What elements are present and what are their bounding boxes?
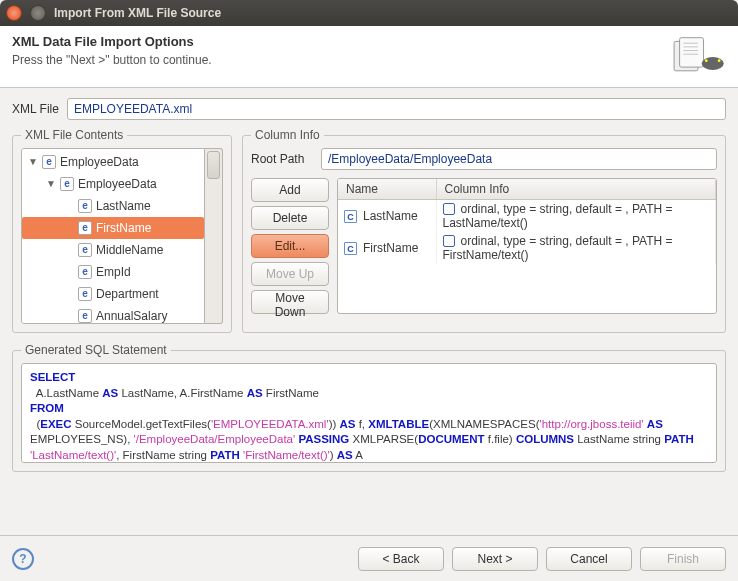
help-button[interactable]: ? <box>12 548 34 570</box>
generated-sql-text: SELECT A.LastName AS LastName, A.FirstNa… <box>21 363 717 463</box>
xml-tree[interactable]: ▼eEmployeeData▼eEmployeeDataeLastNameeFi… <box>21 148 205 324</box>
tree-twisty-icon[interactable]: ▼ <box>28 153 38 171</box>
finish-button[interactable]: Finish <box>640 547 726 571</box>
table-row[interactable]: CFirstNameordinal, type = string, defaul… <box>338 232 716 264</box>
xml-file-label: XML File <box>12 102 59 116</box>
svg-point-6 <box>702 57 724 70</box>
tree-item[interactable]: eMiddleName <box>22 239 204 261</box>
tree-item-label: EmployeeData <box>78 175 157 193</box>
tree-item[interactable]: eDepartment <box>22 283 204 305</box>
page-subtitle: Press the "Next >" button to continue. <box>12 53 212 67</box>
element-icon: e <box>42 155 56 169</box>
next-button[interactable]: Next > <box>452 547 538 571</box>
xml-file-input[interactable] <box>67 98 726 120</box>
tree-item[interactable]: eAnnualSalary <box>22 305 204 324</box>
tree-item-label: LastName <box>96 197 151 215</box>
page-title: XML Data File Import Options <box>12 34 212 49</box>
delete-button[interactable]: Delete <box>251 206 329 230</box>
checkbox-icon[interactable] <box>443 203 455 215</box>
title-bar: Import From XML File Source <box>0 0 738 26</box>
element-icon: e <box>78 199 92 213</box>
generated-sql-group: Generated SQL Statement SELECT A.LastNam… <box>12 343 726 472</box>
tree-item[interactable]: eEmpId <box>22 261 204 283</box>
root-path-label: Root Path <box>251 152 313 166</box>
svg-point-8 <box>718 59 721 62</box>
table-row[interactable]: CLastNameordinal, type = string, default… <box>338 200 716 233</box>
tree-item[interactable]: ▼eEmployeeData <box>22 173 204 195</box>
tree-item-label: MiddleName <box>96 241 163 259</box>
tree-item-label: EmployeeData <box>60 153 139 171</box>
column-icon: C <box>344 210 357 223</box>
move-down-button[interactable]: Move Down <box>251 290 329 314</box>
tree-item-label: Department <box>96 285 159 303</box>
generated-sql-legend: Generated SQL Statement <box>21 343 171 357</box>
window-minimize-button[interactable] <box>30 5 46 21</box>
element-icon: e <box>78 265 92 279</box>
column-info-text: ordinal, type = string, default = , PATH… <box>443 234 673 262</box>
svg-point-7 <box>705 59 708 62</box>
wizard-footer: ? < Back Next > Cancel Finish <box>0 535 738 581</box>
columns-header-name: Name <box>338 179 436 200</box>
window-close-button[interactable] <box>6 5 22 21</box>
root-path-input[interactable] <box>321 148 717 170</box>
window-title: Import From XML File Source <box>54 6 221 20</box>
element-icon: e <box>78 221 92 235</box>
element-icon: e <box>78 309 92 323</box>
tree-twisty-icon[interactable]: ▼ <box>46 175 56 193</box>
tree-item-label: AnnualSalary <box>96 307 167 324</box>
back-button[interactable]: < Back <box>358 547 444 571</box>
tree-item[interactable]: eLastName <box>22 195 204 217</box>
tree-item[interactable]: eFirstName <box>22 217 204 239</box>
column-info-text: ordinal, type = string, default = , PATH… <box>443 202 673 230</box>
columns-table[interactable]: Name Column Info CLastNameordinal, type … <box>338 179 716 264</box>
column-name: LastName <box>363 209 418 223</box>
element-icon: e <box>78 287 92 301</box>
xml-file-contents-group: XML File Contents ▼eEmployeeData▼eEmploy… <box>12 128 232 333</box>
checkbox-icon[interactable] <box>443 235 455 247</box>
tree-item[interactable]: ▼eEmployeeData <box>22 151 204 173</box>
svg-rect-1 <box>680 38 704 67</box>
tree-scrollbar[interactable] <box>205 148 223 324</box>
edit-button[interactable]: Edit... <box>251 234 329 258</box>
xml-import-icon <box>670 34 726 80</box>
wizard-header: XML Data File Import Options Press the "… <box>0 26 738 88</box>
cancel-button[interactable]: Cancel <box>546 547 632 571</box>
column-info-legend: Column Info <box>251 128 324 142</box>
columns-header-info: Column Info <box>436 179 716 200</box>
tree-item-label: EmpId <box>96 263 131 281</box>
move-up-button[interactable]: Move Up <box>251 262 329 286</box>
add-button[interactable]: Add <box>251 178 329 202</box>
column-info-group: Column Info Root Path Add Delete Edit...… <box>242 128 726 333</box>
column-name: FirstName <box>363 241 418 255</box>
element-icon: e <box>78 243 92 257</box>
tree-item-label: FirstName <box>96 219 151 237</box>
column-icon: C <box>344 242 357 255</box>
element-icon: e <box>60 177 74 191</box>
xml-file-contents-legend: XML File Contents <box>21 128 127 142</box>
